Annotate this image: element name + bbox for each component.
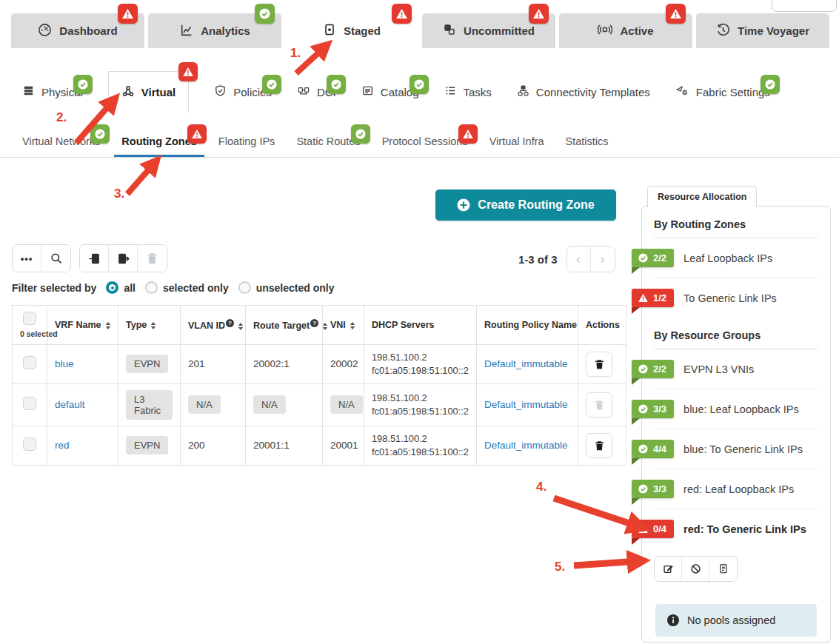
vrf-link[interactable]: blue	[55, 358, 74, 369]
info-icon	[667, 614, 679, 626]
document-import-icon	[88, 252, 101, 265]
allocation-item[interactable]: 2/2 Leaf Loopback IPs	[654, 238, 818, 278]
select-all-checkbox[interactable]	[23, 312, 36, 325]
allocation-item[interactable]: 4/4 blue: To Generic Link IPs	[654, 429, 818, 469]
subtab-tasks[interactable]: Tasks	[444, 84, 492, 99]
resource-allocation-tab[interactable]: Resource Allocation	[647, 186, 757, 207]
allocation-item[interactable]: 3/3 blue: Leaf Loopback IPs	[654, 389, 818, 429]
clear-allocation-button[interactable]	[682, 557, 709, 581]
allocation-report-button[interactable]	[709, 557, 737, 581]
subtab-policies[interactable]: Policies	[214, 84, 272, 99]
tab-label: Virtual Networks	[22, 135, 100, 147]
trash-icon	[595, 400, 604, 410]
allocation-ribbon-success: 3/3	[632, 480, 674, 498]
dashboard-icon	[38, 23, 52, 39]
help-icon: ?	[310, 319, 318, 327]
tab-active[interactable]: Active	[559, 13, 692, 48]
allocation-item-selected[interactable]: 0/4 red: To Generic Link IPs	[654, 509, 818, 549]
delete-selected-button[interactable]	[138, 245, 167, 272]
trash-icon	[147, 252, 158, 264]
col-vlan-id[interactable]: VLAN ID?	[181, 306, 246, 345]
sort-icon	[322, 322, 328, 331]
select-all-header: 0 selected	[13, 306, 47, 345]
analytics-icon	[179, 23, 193, 39]
shield-icon	[214, 84, 227, 99]
tab-virtual-infra[interactable]: Virtual Infra	[489, 135, 544, 147]
col-type[interactable]: Type	[118, 306, 181, 345]
col-route-target[interactable]: Route Target?	[246, 306, 323, 345]
subtab-physical[interactable]: Physical	[22, 84, 83, 99]
col-vrf-name[interactable]: VRF Name	[47, 306, 118, 345]
radio-unselected-only[interactable]: unselected only	[238, 281, 335, 294]
pagination-range: 1-3 of 3	[518, 253, 558, 266]
sort-icon	[150, 321, 156, 330]
tab-protocol-sessions[interactable]: Protocol Sessions	[382, 135, 468, 147]
routing-policy-link[interactable]: Default_immutable	[484, 440, 568, 451]
top-nav: Dashboard Analytics Staged	[11, 13, 829, 48]
edit-allocation-button[interactable]	[655, 557, 682, 581]
delete-row-button[interactable]	[586, 392, 612, 417]
col-dhcp-servers: DHCP Servers	[364, 306, 477, 345]
col-vni[interactable]: VNI	[323, 306, 364, 345]
tab-label: Uncommitted	[464, 24, 535, 37]
tab-analytics[interactable]: Analytics	[148, 13, 281, 48]
row-checkbox[interactable]	[23, 356, 36, 369]
row-checkbox[interactable]	[23, 437, 36, 451]
tab-dashboard[interactable]: Dashboard	[11, 13, 144, 48]
vrf-link[interactable]: default	[55, 399, 85, 410]
tab-floating-ips[interactable]: Floating IPs	[218, 135, 275, 147]
radio-selected-only[interactable]: selected only	[145, 281, 229, 294]
vrf-link[interactable]: red	[55, 440, 70, 451]
check-circle-icon	[638, 404, 648, 414]
routing-zones-table: 0 selected VRF Name Type VLAN ID? Route …	[12, 305, 626, 466]
staged-icon	[323, 23, 336, 38]
next-page-button[interactable]: ›	[591, 246, 615, 272]
success-badge	[262, 75, 281, 94]
sort-icon	[350, 321, 355, 330]
toolbar-group-left: •••	[12, 244, 71, 272]
na-pill: N/A	[330, 395, 363, 414]
delete-row-button[interactable]	[586, 352, 612, 377]
create-routing-zone-button[interactable]: Create Routing Zone	[435, 189, 616, 221]
tab-time-voyager[interactable]: Time Voyager	[696, 13, 829, 48]
subtab-label: Connectivity Templates	[536, 86, 650, 98]
ellipsis-icon: •••	[21, 253, 33, 264]
warning-triangle-icon	[638, 525, 648, 533]
warning-badge	[529, 4, 549, 24]
allocation-item[interactable]: 3/3 red: Leaf Loopback IPs	[654, 469, 818, 509]
more-options-button[interactable]: •••	[13, 245, 41, 272]
check-circle-icon	[638, 364, 648, 374]
subtab-fabric-settings[interactable]: Fabric Settings	[675, 84, 770, 99]
routing-policy-link[interactable]: Default_immutable	[484, 358, 568, 369]
radio-all[interactable]: all	[106, 281, 136, 294]
ban-icon	[690, 563, 701, 574]
document-icon	[718, 563, 729, 574]
tab-static-routes[interactable]: Static Routes	[296, 135, 360, 147]
tab-uncommitted[interactable]: Uncommitted	[422, 13, 555, 48]
search-button[interactable]	[41, 245, 70, 272]
tab-label: Statistics	[566, 135, 609, 147]
import-button[interactable]	[80, 245, 109, 272]
tab-statistics[interactable]: Statistics	[566, 135, 609, 147]
delete-row-button[interactable]	[586, 433, 612, 458]
subtab-connectivity-templates[interactable]: Connectivity Templates	[517, 84, 650, 99]
staged-subnav: Physical Virtual Polici	[0, 71, 839, 113]
export-button[interactable]	[109, 245, 138, 272]
subtab-virtual[interactable]: Virtual	[108, 71, 189, 113]
success-badge	[351, 124, 370, 144]
allocation-item[interactable]: 1/2 To Generic Link IPs	[654, 278, 818, 318]
subtab-dci[interactable]: DCI	[297, 84, 336, 99]
success-badge	[73, 75, 93, 94]
warning-badge	[666, 4, 686, 24]
prev-page-button[interactable]: ‹	[567, 246, 591, 272]
allocation-item[interactable]: 2/2 EVPN L3 VNIs	[654, 349, 818, 389]
subtab-catalog[interactable]: Catalog	[361, 84, 419, 99]
routing-policy-link[interactable]: Default_immutable	[484, 399, 568, 410]
tasks-icon	[444, 84, 457, 99]
tab-staged[interactable]: Staged	[285, 13, 418, 48]
annotation-arrow-1	[296, 47, 324, 73]
annotation-step-2: 2.	[56, 110, 67, 125]
tab-routing-zones[interactable]: Routing Zones	[121, 135, 197, 147]
row-checkbox[interactable]	[23, 397, 36, 410]
tab-virtual-networks[interactable]: Virtual Networks	[22, 135, 100, 147]
